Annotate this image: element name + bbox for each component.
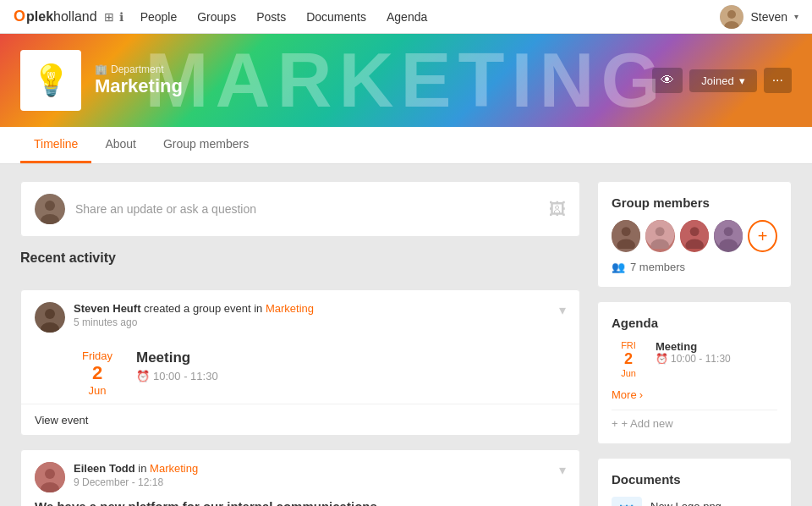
share-box: Share an update or ask a question 🖼 xyxy=(20,181,580,237)
members-avatars: + xyxy=(612,220,777,252)
post-time-2: 9 December - 12:18 xyxy=(74,476,551,488)
tab-group-members[interactable]: Group members xyxy=(150,127,262,163)
post-expand-icon-2[interactable]: ▾ xyxy=(559,462,566,478)
documents-card: Documents 🖼 New Logo.png 25 November 201… xyxy=(597,458,792,506)
post-header-2: Eileen Todd in Marketing 9 December - 12… xyxy=(21,450,579,499)
activity-card-1: Steven Heuft created a group event in Ma… xyxy=(20,289,580,436)
agenda-card: Agenda Fri 2 Jun Meeting ⏰ 10:00 - 11:30… xyxy=(597,301,792,444)
navbar: O plekholland ⊞ ℹ People Groups Posts Do… xyxy=(0,0,812,34)
members-icon: 👥 xyxy=(612,261,625,273)
navbar-icons: ⊞ ℹ xyxy=(104,10,123,24)
nav-agenda[interactable]: Agenda xyxy=(387,10,427,24)
activity-group-link-1[interactable]: Marketing xyxy=(266,302,314,315)
member-avatar-4 xyxy=(714,220,743,252)
agenda-info: Meeting ⏰ 10:00 - 11:30 xyxy=(656,340,731,378)
user-menu[interactable]: Steven ▾ xyxy=(720,5,798,29)
post-meta-2: Eileen Todd in Marketing 9 December - 12… xyxy=(74,462,551,488)
agenda-more-link[interactable]: More › xyxy=(612,388,777,401)
agenda-title: Agenda xyxy=(612,316,777,330)
doc-icon: 🖼 xyxy=(612,497,642,506)
recent-activity-title: Recent activity xyxy=(20,250,580,266)
agenda-day-num: 2 xyxy=(612,350,645,368)
main-nav: People Groups Posts Documents Agenda xyxy=(140,10,721,24)
agenda-plus-icon: + xyxy=(612,417,618,430)
left-column: Share an update or ask a question 🖼 Rece… xyxy=(20,181,580,506)
doc-name: New Logo.png xyxy=(650,500,757,507)
view-event-link: View event xyxy=(21,404,579,435)
agenda-chevron-icon: › xyxy=(639,388,643,401)
logo-text: plekholland xyxy=(26,9,97,25)
tabs-bar: Timeline About Group members xyxy=(0,127,812,164)
activity-expand-icon-1[interactable]: ▾ xyxy=(559,302,566,318)
agenda-date: Fri 2 Jun xyxy=(612,340,645,378)
group-info: 💡 🏢 Department Marketing xyxy=(0,50,183,111)
main-layout: Share an update or ask a question 🖼 Rece… xyxy=(0,164,812,506)
activity-avatar-1 xyxy=(35,302,65,333)
nav-posts[interactable]: Posts xyxy=(256,10,286,24)
nav-people[interactable]: People xyxy=(140,10,178,24)
post-user-2: Eileen Todd xyxy=(74,462,135,475)
agenda-event-time: ⏰ 10:00 - 11:30 xyxy=(656,353,731,365)
activity-header-1: Steven Heuft created a group event in Ma… xyxy=(21,290,579,339)
member-avatar-2 xyxy=(645,220,674,252)
image-upload-icon[interactable]: 🖼 xyxy=(549,200,566,219)
tab-about[interactable]: About xyxy=(91,127,150,163)
agenda-event-title: Meeting xyxy=(656,340,731,353)
post-text-2: Eileen Todd in Marketing xyxy=(74,462,551,475)
member-avatar-1 xyxy=(612,220,640,252)
documents-title: Documents xyxy=(612,472,777,487)
current-user-avatar xyxy=(35,194,65,224)
activity-time-1: 5 minutes ago xyxy=(74,316,551,328)
svg-point-7 xyxy=(45,309,55,319)
svg-point-19 xyxy=(689,227,699,236)
agenda-item-1: Fri 2 Jun Meeting ⏰ 10:00 - 11:30 xyxy=(612,340,777,378)
activity-text-1: Steven Heuft created a group event in Ma… xyxy=(74,302,551,315)
svg-point-1 xyxy=(727,10,736,19)
grid-icon[interactable]: ⊞ xyxy=(104,10,114,24)
post-body-2: We have a new platform for our internal … xyxy=(21,499,579,506)
activity-meta-1: Steven Heuft created a group event in Ma… xyxy=(74,302,551,328)
nav-documents[interactable]: Documents xyxy=(306,10,366,24)
right-column: Group members xyxy=(597,181,792,506)
view-event-anchor[interactable]: View event xyxy=(35,414,88,426)
group-type: 🏢 Department xyxy=(95,63,183,75)
event-time: ⏰ 10:00 - 11:30 xyxy=(136,370,218,382)
nav-groups[interactable]: Groups xyxy=(197,10,236,24)
event-day-name: Friday xyxy=(72,349,123,362)
group-name-block: 🏢 Department Marketing xyxy=(95,63,183,97)
agenda-month: Jun xyxy=(612,368,645,378)
svg-point-16 xyxy=(656,227,665,236)
event-month: Jun xyxy=(72,384,123,397)
group-members-card: Group members xyxy=(597,181,792,288)
department-icon: 🏢 xyxy=(95,63,107,75)
doc-item-1: 🖼 New Logo.png 25 November 2016 👁 xyxy=(612,497,777,506)
post-group-link-2[interactable]: Marketing xyxy=(150,462,198,475)
svg-point-4 xyxy=(45,201,55,211)
share-input[interactable]: Share an update or ask a question xyxy=(75,202,539,216)
doc-info: New Logo.png 25 November 2016 xyxy=(650,500,757,507)
user-name: Steven xyxy=(750,10,787,24)
post-title-2: We have a new platform for our internal … xyxy=(35,499,566,506)
info-icon[interactable]: ℹ xyxy=(119,10,123,24)
svg-point-10 xyxy=(45,469,55,479)
hero-banner: MARKETING 💡 🏢 Department Marketing 👁 Joi… xyxy=(0,34,812,127)
agenda-add-new[interactable]: + + Add new xyxy=(612,410,777,430)
event-block: Friday 2 Jun Meeting ⏰ 10:00 - 11:30 xyxy=(21,339,579,404)
event-title: Meeting xyxy=(136,349,218,366)
event-date: Friday 2 Jun xyxy=(72,349,123,397)
group-name: Marketing xyxy=(95,75,183,97)
activity-user-1: Steven Heuft xyxy=(74,302,140,315)
clock-icon: ⏰ xyxy=(136,370,150,382)
event-day-num: 2 xyxy=(72,362,123,384)
agenda-day-label: Fri xyxy=(612,340,645,350)
tab-timeline[interactable]: Timeline xyxy=(20,127,91,163)
user-dropdown-icon: ▾ xyxy=(794,12,798,21)
members-count: 👥 7 members xyxy=(612,261,777,273)
post-avatar-2 xyxy=(35,462,65,492)
logo[interactable]: O plekholland xyxy=(14,8,97,25)
member-avatar-3 xyxy=(680,220,709,252)
event-details: Meeting ⏰ 10:00 - 11:30 xyxy=(136,349,218,382)
agenda-clock-icon: ⏰ xyxy=(656,353,668,365)
add-member-button[interactable]: + xyxy=(748,220,777,252)
group-logo: 💡 xyxy=(20,50,81,111)
